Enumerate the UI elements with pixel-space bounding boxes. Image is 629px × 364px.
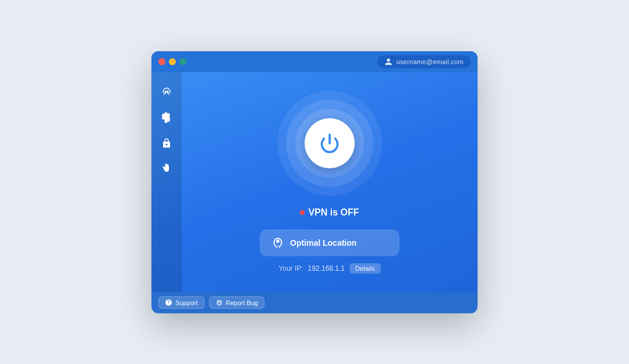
status-text: VPN is OFF: [308, 207, 359, 218]
ip-label: Your IP:: [278, 264, 303, 273]
bug-icon: [215, 299, 223, 306]
location-label: Optimal Location: [290, 238, 356, 248]
location-row: Optimal Location: [271, 236, 388, 249]
minimize-button[interactable]: [169, 58, 176, 65]
ring-outer: [277, 91, 382, 196]
sidebar: [151, 72, 182, 292]
ip-value: 192.168.1.1: [308, 264, 345, 273]
traffic-lights: [158, 58, 186, 65]
support-button[interactable]: Support: [158, 296, 204, 309]
main-content: VPN is OFF Optimal Location Your IP: 192…: [151, 72, 478, 292]
vpn-status: VPN is OFF: [300, 207, 359, 218]
power-icon: [319, 133, 340, 154]
maximize-button[interactable]: [179, 58, 186, 65]
user-email: username@email.com: [396, 58, 464, 65]
ring-inner: [295, 109, 364, 178]
report-bug-label: Report Bug: [226, 299, 259, 306]
details-button[interactable]: Details: [349, 263, 381, 274]
ip-row: Your IP: 192.168.1.1 Details: [278, 263, 380, 274]
support-label: Support: [175, 299, 198, 306]
app-window: username@email.com: [151, 51, 478, 313]
rocket-icon: [161, 87, 172, 97]
location-rocket-icon: [271, 236, 284, 249]
close-button[interactable]: [158, 58, 165, 65]
status-dot: [300, 210, 305, 215]
lock-icon: [161, 138, 172, 149]
location-card[interactable]: Optimal Location: [260, 229, 400, 256]
support-icon: [165, 299, 172, 306]
report-bug-button[interactable]: Report Bug: [209, 296, 265, 309]
sidebar-item-speed[interactable]: [156, 82, 177, 103]
center-panel: VPN is OFF Optimal Location Your IP: 192…: [182, 72, 478, 292]
ring-middle: [286, 100, 373, 187]
sidebar-item-security[interactable]: [156, 133, 177, 154]
sidebar-item-settings[interactable]: [156, 107, 177, 128]
power-area: [277, 91, 382, 196]
sidebar-item-adblocker[interactable]: [156, 158, 177, 179]
hand-icon: [161, 164, 172, 174]
gear-icon: [161, 112, 172, 123]
bottom-bar: Support Report Bug: [151, 292, 478, 313]
power-button[interactable]: [305, 118, 355, 168]
user-badge[interactable]: username@email.com: [377, 55, 471, 68]
user-icon: [384, 58, 393, 66]
title-bar: username@email.com: [151, 51, 478, 72]
